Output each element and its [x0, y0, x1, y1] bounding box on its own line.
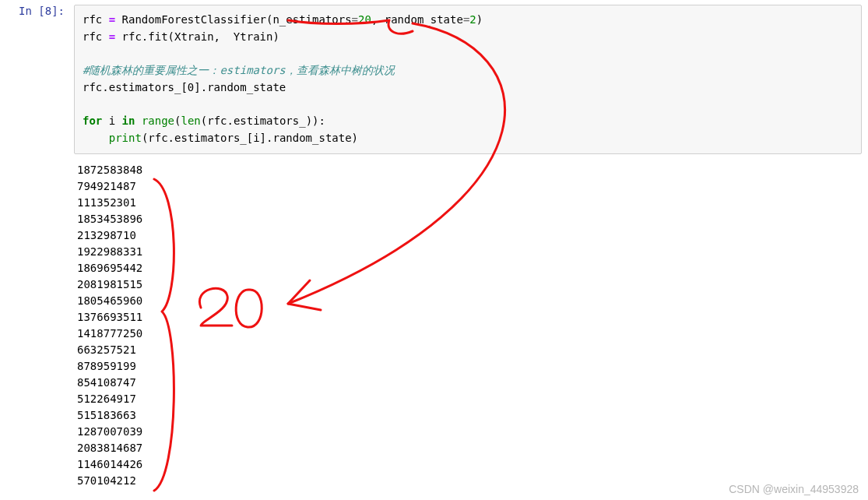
- code-line-7: print(rfc.estimators_[i].random_state): [83, 132, 358, 144]
- cell-output: 1872583848 794921487 111352301 185345389…: [74, 154, 868, 489]
- output-line: 512264917: [77, 393, 136, 405]
- output-line: 1376693511: [77, 311, 142, 323]
- output-line: 2083814687: [77, 442, 142, 454]
- code-input[interactable]: rfc = RandomForestClassifier(n_estimator…: [74, 5, 862, 154]
- notebook-cell: In [8]: rfc = RandomForestClassifier(n_e…: [0, 0, 868, 154]
- code-line-1: rfc = RandomForestClassifier(n_estimator…: [83, 13, 483, 26]
- output-line: 1287007039: [77, 425, 142, 438]
- output-line: 1922988331: [77, 245, 142, 258]
- output-line: 1872583848: [77, 164, 142, 176]
- output-line: 1869695442: [77, 262, 142, 274]
- output-line: 2081981515: [77, 278, 142, 290]
- watermark: CSDN @weixin_44953928: [729, 483, 859, 495]
- output-line: 854108747: [77, 376, 136, 389]
- code-line-4: rfc.estimators_[0].random_state: [83, 81, 286, 93]
- code-line-2: rfc = rfc.fit(Xtrain, Ytrain): [83, 30, 279, 43]
- output-line: 570104212: [77, 474, 136, 487]
- output-line: 794921487: [77, 180, 136, 192]
- prompt-label: In [8]:: [19, 5, 65, 17]
- output-line: 878959199: [77, 360, 136, 372]
- code-line-6: for i in range(len(rfc.estimators_)):: [83, 114, 325, 127]
- output-line: 1418777250: [77, 327, 142, 340]
- output-line: 1146014426: [77, 458, 142, 470]
- output-line: 1853453896: [77, 213, 142, 225]
- output-line: 663257521: [77, 343, 136, 356]
- output-line: 1805465960: [77, 294, 142, 307]
- output-line: 213298710: [77, 229, 136, 241]
- output-line: 111352301: [77, 196, 136, 209]
- input-prompt: In [8]:: [0, 5, 74, 154]
- output-line: 515183663: [77, 409, 136, 421]
- code-comment: #随机森林的重要属性之一：estimators，查看森林中树的状况: [83, 64, 395, 76]
